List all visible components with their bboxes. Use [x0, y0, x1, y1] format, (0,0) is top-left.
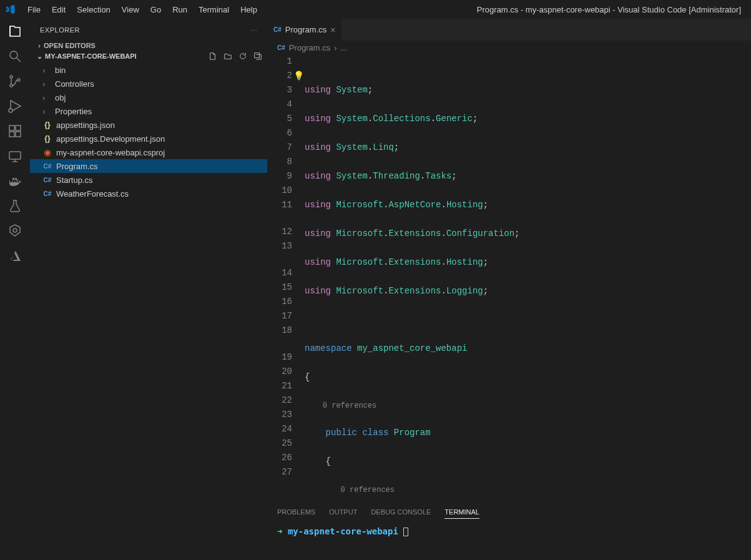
vscode-logo-icon	[5, 4, 15, 14]
run-debug-icon[interactable]	[7, 99, 22, 114]
bottom-panel: PROBLEMS OUTPUT DEBUG CONSOLE TERMINAL ➜…	[267, 503, 751, 560]
file-appsettings-dev[interactable]: {} appsettings.Development.json	[30, 132, 267, 145]
csharp-file-icon: C#	[42, 175, 52, 185]
editor-area: C# Program.cs × C# Program.cs › ... 1 2 …	[267, 19, 751, 560]
chevron-right-icon: ›	[42, 93, 51, 102]
tab-label: Program.cs	[285, 25, 326, 34]
file-label: Program.cs	[56, 162, 97, 171]
folder-obj[interactable]: › obj	[30, 91, 267, 104]
chevron-right-icon: ›	[35, 42, 44, 49]
file-tree: › bin › Controllers › obj › Properties {…	[30, 62, 267, 202]
file-startup-cs[interactable]: C# Startup.cs	[30, 173, 267, 187]
file-label: WeatherForecast.cs	[56, 189, 129, 199]
project-name: MY-ASPNET-CORE-WEBAPI	[45, 52, 137, 60]
folder-properties[interactable]: › Properties	[30, 104, 267, 118]
sidebar-header: EXPLORER ···	[30, 19, 267, 41]
menu-help[interactable]: Help	[235, 2, 262, 17]
prompt-arrow-icon: ➜	[277, 526, 282, 536]
docker-icon[interactable]	[7, 174, 22, 189]
terminal[interactable]: ➜ my-aspnet-core-webapi	[267, 521, 751, 541]
file-appsettings[interactable]: {} appsettings.json	[30, 118, 267, 132]
azure-icon[interactable]	[7, 248, 22, 263]
svg-rect-7	[16, 132, 21, 137]
breadcrumb-trail: ...	[341, 43, 348, 52]
search-icon[interactable]	[7, 49, 22, 64]
title-bar: File Edit Selection View Go Run Terminal…	[0, 0, 751, 19]
new-file-icon[interactable]	[209, 52, 217, 61]
folder-label: Controllers	[55, 79, 94, 89]
chevron-right-icon: ›	[42, 79, 51, 89]
prompt-path: my-aspnet-core-webapi	[288, 526, 398, 536]
svg-point-4	[9, 109, 12, 112]
panel-tab-output[interactable]: OUTPUT	[329, 508, 357, 519]
file-label: appsettings.Development.json	[56, 134, 165, 144]
folder-label: bin	[55, 66, 66, 75]
panel-tab-terminal[interactable]: TERMINAL	[444, 508, 479, 519]
file-csproj[interactable]: ◉ my-aspnet-core-webapi.csproj	[30, 145, 267, 159]
svg-rect-6	[9, 132, 14, 137]
xml-file-icon: ◉	[42, 147, 52, 157]
close-tab-icon[interactable]: ×	[330, 25, 335, 35]
file-program-cs[interactable]: C# Program.cs	[30, 159, 267, 173]
panel-tab-problems[interactable]: PROBLEMS	[277, 508, 315, 519]
svg-rect-11	[255, 53, 260, 58]
menu-run[interactable]: Run	[167, 2, 192, 17]
code-content[interactable]: 💡 using System; using System.Collections…	[305, 54, 751, 503]
file-label: Startup.cs	[56, 175, 93, 185]
activity-bar	[0, 19, 30, 560]
svg-point-3	[17, 79, 20, 81]
json-file-icon: {}	[42, 120, 52, 130]
window-title: Program.cs - my-aspnet-core-webapi - Vis…	[262, 5, 746, 14]
project-section[interactable]: ⌄ MY-ASPNET-CORE-WEBAPI	[30, 51, 267, 62]
sidebar-more-icon[interactable]: ···	[250, 26, 257, 34]
breadcrumb-file: Program.cs	[289, 43, 330, 52]
menu-bar: File Edit Selection View Go Run Terminal…	[22, 2, 262, 17]
menu-edit[interactable]: Edit	[47, 2, 71, 17]
svg-rect-8	[16, 125, 21, 130]
panel-tab-debug-console[interactable]: DEBUG CONSOLE	[371, 508, 431, 519]
breadcrumb[interactable]: C# Program.cs › ...	[267, 41, 751, 54]
folder-label: obj	[55, 93, 66, 102]
source-control-icon[interactable]	[7, 74, 22, 89]
test-icon[interactable]	[7, 199, 22, 214]
codelens-references[interactable]: 0 references	[341, 486, 395, 494]
svg-rect-5	[9, 125, 14, 130]
folder-controllers[interactable]: › Controllers	[30, 77, 267, 91]
svg-point-1	[10, 76, 12, 78]
remote-icon[interactable]	[7, 149, 22, 164]
refresh-icon[interactable]	[238, 52, 247, 61]
chevron-down-icon: ⌄	[35, 52, 44, 61]
svg-point-2	[10, 84, 12, 87]
menu-selection[interactable]: Selection	[72, 2, 115, 17]
chevron-right-icon: ›	[42, 107, 51, 116]
collapse-icon[interactable]	[253, 52, 262, 61]
csharp-file-icon: C#	[42, 161, 52, 171]
file-weatherforecast-cs[interactable]: C# WeatherForecast.cs	[30, 187, 267, 200]
code-editor[interactable]: 1 2 3 4 5 6 7 8 9 10 11 12 13 14 15 16 1…	[267, 54, 751, 503]
lightbulb-icon[interactable]: 💡	[293, 69, 304, 84]
menu-view[interactable]: View	[117, 2, 144, 17]
extensions-icon[interactable]	[7, 124, 22, 139]
tab-program-cs[interactable]: C# Program.cs ×	[267, 19, 342, 41]
svg-point-10	[13, 228, 17, 232]
menu-terminal[interactable]: Terminal	[194, 2, 234, 17]
svg-point-0	[10, 51, 17, 59]
breadcrumb-separator: ›	[334, 43, 336, 52]
terminal-cursor	[403, 528, 408, 536]
editor-tabs: C# Program.cs ×	[267, 19, 751, 41]
codelens-references[interactable]: 0 references	[323, 401, 376, 410]
csharp-file-icon: C#	[42, 189, 52, 199]
panel-tabs: PROBLEMS OUTPUT DEBUG CONSOLE TERMINAL	[267, 503, 751, 521]
file-label: my-aspnet-core-webapi.csproj	[56, 148, 165, 157]
kubernetes-icon[interactable]	[7, 224, 22, 238]
json-file-icon: {}	[42, 134, 52, 144]
new-folder-icon[interactable]	[223, 52, 232, 61]
folder-bin[interactable]: › bin	[30, 63, 267, 77]
open-editors-section[interactable]: › OPEN EDITORS	[30, 41, 267, 51]
chevron-right-icon: ›	[42, 66, 51, 75]
folder-label: Properties	[55, 107, 92, 116]
menu-file[interactable]: File	[22, 2, 46, 17]
menu-go[interactable]: Go	[145, 2, 166, 17]
explorer-icon[interactable]	[7, 24, 22, 39]
csharp-file-icon: C#	[273, 26, 282, 33]
